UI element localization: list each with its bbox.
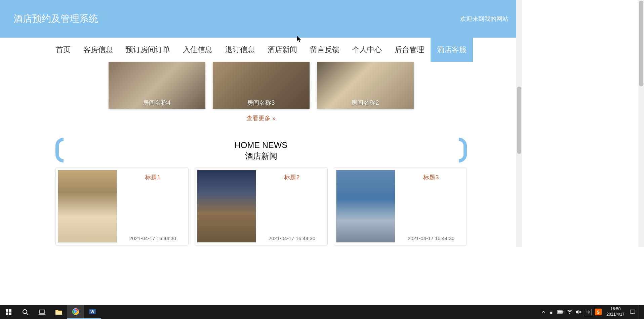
battery-icon <box>557 310 564 314</box>
svg-rect-18 <box>558 311 562 313</box>
right-panel <box>522 0 644 247</box>
svg-point-4 <box>23 310 27 314</box>
start-button[interactable] <box>0 305 17 319</box>
browser-scrollbar[interactable] <box>516 0 522 247</box>
svg-rect-22 <box>630 310 635 313</box>
windows-taskbar: W 中 S 16:50 2021/4/17 <box>0 305 644 319</box>
volume-button[interactable] <box>576 309 582 315</box>
news-title-english: HOME NEWS <box>55 140 467 150</box>
news-image <box>197 170 256 242</box>
svg-rect-3 <box>9 312 11 315</box>
nav-item-2[interactable]: 预订房间订单 <box>119 38 176 62</box>
view-more-text: 查看更多 <box>246 115 271 122</box>
room-name: 房间名称2 <box>317 99 414 107</box>
word-button[interactable]: W <box>84 305 101 319</box>
news-card[interactable]: 标题1 2021-04-17 16:44:30 <box>55 168 189 245</box>
scrollbar-thumb[interactable] <box>639 1 643 86</box>
news-title[interactable]: 标题3 <box>423 173 439 181</box>
news-card[interactable]: 标题2 2021-04-17 16:44:30 <box>195 168 328 245</box>
svg-rect-17 <box>563 311 563 313</box>
rooms-section: 房间名称4 房间名称3 房间名称2 <box>0 62 522 109</box>
news-cards-container: 标题1 2021-04-17 16:44:30 标题2 2021-04-17 1… <box>0 168 522 245</box>
svg-point-15 <box>550 312 552 314</box>
svg-rect-1 <box>9 309 11 312</box>
news-section-header: HOME NEWS 酒店新闻 <box>55 140 467 162</box>
taskview-button[interactable] <box>34 305 50 319</box>
svg-rect-0 <box>6 309 8 312</box>
sogou-ime-button[interactable]: S <box>595 309 602 315</box>
news-title-chinese: 酒店新闻 <box>55 151 467 162</box>
room-name: 房间名称4 <box>109 99 205 107</box>
notifications-button[interactable] <box>630 309 636 315</box>
site-title: 酒店预约及管理系统 <box>13 12 98 25</box>
chevron-right-icon: » <box>271 115 276 122</box>
nav-item-7[interactable]: 个人中心 <box>346 38 388 62</box>
show-desktop-button[interactable] <box>639 305 641 319</box>
news-timestamp: 2021-04-17 16:44:30 <box>269 235 315 241</box>
windows-icon <box>6 309 11 315</box>
wifi-icon <box>567 310 573 314</box>
nav-item-6[interactable]: 留言反馈 <box>304 38 346 62</box>
taskbar-time: 16:50 <box>607 307 625 312</box>
nav-item-5[interactable]: 酒店新闻 <box>261 38 304 62</box>
nav-item-3[interactable]: 入住信息 <box>176 38 219 62</box>
room-card[interactable]: 房间名称3 <box>213 62 310 109</box>
volume-mute-icon <box>576 309 582 315</box>
news-title[interactable]: 标题1 <box>145 173 160 181</box>
search-button[interactable] <box>17 305 34 319</box>
window-scrollbar[interactable] <box>638 0 644 247</box>
room-card[interactable]: 房间名称4 <box>109 62 205 109</box>
wifi-button[interactable] <box>567 310 573 314</box>
chrome-icon <box>72 308 79 315</box>
nav-item-4[interactable]: 退订信息 <box>219 38 261 62</box>
search-icon <box>22 309 29 315</box>
svg-text:W: W <box>90 310 94 314</box>
svg-rect-6 <box>39 310 45 313</box>
chevron-up-icon <box>541 310 546 314</box>
penguin-icon <box>549 309 554 315</box>
scrollbar-thumb[interactable] <box>517 87 521 154</box>
clock-button[interactable]: 16:50 2021/4/17 <box>605 307 627 317</box>
notification-icon <box>630 309 636 315</box>
news-image <box>58 170 117 242</box>
svg-point-11 <box>75 311 77 313</box>
news-timestamp: 2021-04-17 16:44:30 <box>129 235 176 241</box>
news-image <box>336 170 395 242</box>
bracket-left-icon <box>55 138 64 163</box>
bracket-right-icon <box>459 138 467 163</box>
room-card[interactable]: 房间名称2 <box>317 62 414 109</box>
ime-button[interactable]: 中 <box>585 309 592 315</box>
nav-item-1[interactable]: 客房信息 <box>77 38 119 62</box>
news-card[interactable]: 标题3 2021-04-17 16:44:30 <box>334 168 467 245</box>
main-nav: 首页客房信息预订房间订单入住信息退订信息酒店新闻留言反馈个人中心后台管理酒店客服 <box>0 38 522 62</box>
taskbar-date: 2021/4/17 <box>607 312 625 317</box>
taskview-icon <box>39 309 45 315</box>
chrome-button[interactable] <box>67 305 84 319</box>
nav-item-0[interactable]: 首页 <box>49 38 77 62</box>
room-name: 房间名称3 <box>213 99 310 107</box>
nav-item-9[interactable]: 酒店客服 <box>431 38 473 62</box>
word-icon: W <box>89 308 96 315</box>
svg-rect-2 <box>6 312 8 315</box>
file-explorer-button[interactable] <box>50 305 67 319</box>
svg-point-19 <box>569 313 570 314</box>
nav-item-8[interactable]: 后台管理 <box>388 38 431 62</box>
news-timestamp: 2021-04-17 16:44:30 <box>408 235 454 241</box>
welcome-text: 欢迎来到我的网站 <box>460 15 509 23</box>
page-header: 酒店预约及管理系统 欢迎来到我的网站 <box>0 0 522 38</box>
svg-line-5 <box>27 313 28 315</box>
news-title[interactable]: 标题2 <box>284 173 299 181</box>
battery-button[interactable] <box>557 310 564 314</box>
view-more-container: 查看更多 » <box>0 114 522 122</box>
show-hidden-icons-button[interactable] <box>541 310 546 314</box>
tray-app-icon[interactable] <box>549 309 554 315</box>
view-more-link[interactable]: 查看更多 » <box>246 115 276 122</box>
folder-icon <box>55 309 63 315</box>
